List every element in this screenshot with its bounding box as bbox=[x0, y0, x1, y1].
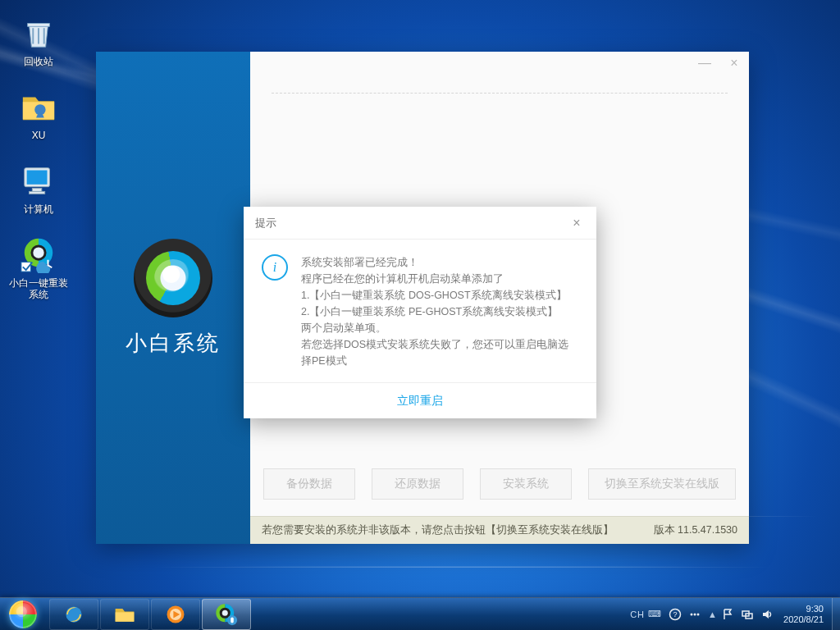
backup-button[interactable]: 备份数据 bbox=[263, 468, 355, 500]
network-icon[interactable] bbox=[741, 608, 754, 621]
restore-button[interactable]: 还原数据 bbox=[372, 468, 463, 500]
help-icon[interactable]: ? bbox=[669, 608, 682, 621]
dialog-line: 程序已经在您的计算机开机启动菜单添加了 bbox=[301, 271, 578, 287]
taskbar-item-ie[interactable] bbox=[49, 599, 98, 630]
speaker-icon[interactable] bbox=[760, 608, 774, 621]
status-bar: 若您需要安装的系统并非该版本，请您点击按钮【切换至系统安装在线版】 版本 11.… bbox=[250, 516, 749, 544]
keyboard-icon: ⌨ bbox=[648, 609, 662, 619]
taskbar: CH ⌨ ? ▲ 9:30 2020/8/21 bbox=[0, 597, 840, 630]
svg-rect-3 bbox=[32, 189, 42, 192]
dialog-line: 1.【小白一键重装系统 DOS-GHOST系统离线安装模式】 bbox=[301, 287, 578, 304]
status-hint: 若您需要安装的系统并非该版本，请您点击按钮【切换至系统安装在线版】 bbox=[262, 523, 614, 537]
taskbar-clock[interactable]: 9:30 2020/8/21 bbox=[780, 604, 827, 625]
app-brand-text: 小白系统 bbox=[126, 329, 221, 358]
desktop-icon-computer[interactable]: 计算机 bbox=[7, 156, 71, 230]
info-icon: i bbox=[262, 254, 288, 281]
close-button[interactable]: × bbox=[719, 52, 749, 75]
svg-point-12 bbox=[222, 609, 228, 615]
window-controls: — × bbox=[690, 52, 749, 75]
windows-orb-icon bbox=[9, 600, 37, 628]
clock-time: 9:30 bbox=[783, 604, 824, 614]
taskbar-item-explorer[interactable] bbox=[100, 599, 149, 630]
svg-rect-2 bbox=[27, 171, 48, 185]
taskbar-item-media-player[interactable] bbox=[151, 599, 200, 630]
dialog-title: 提示 bbox=[255, 216, 276, 231]
xiaobai-app-icon bbox=[214, 603, 239, 626]
switch-online-button[interactable]: 切换至系统安装在线版 bbox=[588, 468, 736, 500]
app-shortcut-icon bbox=[19, 235, 58, 274]
file-explorer-icon bbox=[112, 603, 137, 626]
status-version: 版本 11.5.47.1530 bbox=[654, 523, 737, 537]
confirm-dialog: 提示 × i 系统安装部署已经完成！ 程序已经在您的计算机开机启动菜单添加了 1… bbox=[244, 207, 596, 418]
svg-point-8 bbox=[66, 606, 81, 622]
start-button[interactable] bbox=[0, 598, 46, 630]
system-tray: CH ⌨ ? ▲ 9:30 2020/8/21 bbox=[622, 598, 832, 630]
dialog-message: 系统安装部署已经完成！ 程序已经在您的计算机开机启动菜单添加了 1.【小白一键重… bbox=[301, 254, 578, 369]
dialog-line: 2.【小白一键重装系统 PE-GHOST系统离线安装模式】 bbox=[301, 304, 578, 320]
svg-point-17 bbox=[691, 613, 693, 615]
minimize-button[interactable]: — bbox=[690, 52, 719, 75]
language-indicator[interactable]: CH ⌨ bbox=[630, 609, 662, 619]
dialog-line: 系统安装部署已经完成！ bbox=[301, 254, 578, 271]
desktop-icon-recycle-bin[interactable]: 回收站 bbox=[7, 8, 71, 82]
clock-date: 2020/8/21 bbox=[783, 614, 824, 625]
folder-icon bbox=[19, 87, 58, 126]
restart-now-button[interactable]: 立即重启 bbox=[244, 383, 596, 418]
svg-point-6 bbox=[33, 247, 43, 258]
internet-explorer-icon bbox=[62, 603, 86, 626]
desktop-icon-label: 回收站 bbox=[24, 56, 53, 67]
desktop-icons: 回收站 XU 计算机 小白一键重装系统 bbox=[7, 8, 72, 304]
svg-point-18 bbox=[694, 613, 696, 615]
action-center-flag-icon[interactable] bbox=[721, 608, 734, 621]
desktop-icon-folder-xu[interactable]: XU bbox=[7, 82, 71, 156]
more-icons-icon[interactable] bbox=[688, 608, 701, 621]
taskbar-item-xiaobai-app[interactable] bbox=[202, 599, 251, 630]
taskbar-pinned bbox=[46, 598, 251, 630]
show-desktop-button[interactable] bbox=[832, 598, 840, 630]
desktop-icon-label: XU bbox=[32, 130, 46, 141]
svg-rect-14 bbox=[231, 617, 234, 623]
action-buttons: 备份数据 还原数据 安装系统 切换至系统安装在线版 bbox=[250, 468, 749, 500]
app-logo-icon bbox=[134, 239, 212, 317]
dialog-line: 两个启动菜单项。 bbox=[301, 320, 578, 336]
svg-point-19 bbox=[697, 613, 700, 615]
svg-text:?: ? bbox=[673, 610, 678, 619]
desktop-icon-label: 计算机 bbox=[24, 203, 53, 215]
svg-rect-4 bbox=[30, 191, 45, 194]
language-label: CH bbox=[630, 609, 645, 619]
app-sidebar: 小白系统 bbox=[96, 52, 250, 544]
dialog-line: 若您选择DOS模式安装系统失败了，您还可以重启电脑选择PE模式 bbox=[301, 336, 578, 369]
install-button[interactable]: 安装系统 bbox=[480, 468, 572, 500]
dialog-close-button[interactable]: × bbox=[568, 216, 585, 231]
desktop-icon-app-shortcut[interactable]: 小白一键重装系统 bbox=[7, 230, 71, 304]
recycle-bin-icon bbox=[19, 13, 58, 52]
dialog-titlebar: 提示 × bbox=[244, 207, 596, 240]
computer-icon bbox=[19, 161, 58, 200]
media-player-icon bbox=[163, 603, 188, 626]
chevron-up-icon[interactable]: ▲ bbox=[708, 609, 714, 619]
divider-dashed bbox=[272, 93, 728, 94]
desktop-icon-label: 小白一键重装系统 bbox=[9, 277, 68, 300]
